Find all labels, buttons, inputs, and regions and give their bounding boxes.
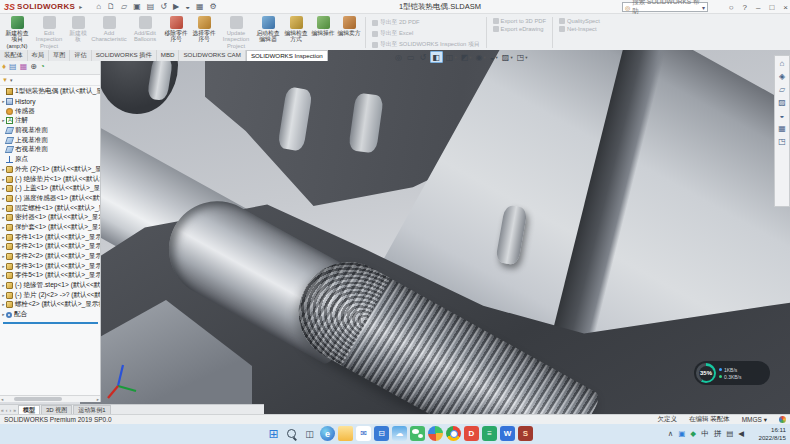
units-selector[interactable]: MMGS ▾: [742, 416, 767, 424]
ribbon-button[interactable]: 新建检查项目 (amp;N): [3, 15, 31, 50]
panel-tab-icon[interactable]: ♦: [2, 62, 6, 72]
tree-item[interactable]: 原点: [1, 155, 100, 165]
taskbar-app-icon[interactable]: S: [518, 426, 533, 441]
ribbon-button[interactable]: 新建模板: [67, 15, 89, 50]
ribbon-button[interactable]: Update Inspection Project: [219, 15, 253, 50]
taskbar-app-icon[interactable]: e: [320, 426, 335, 441]
taskbar-app-icon[interactable]: [284, 426, 299, 441]
panel-tab-icon[interactable]: ▤: [9, 62, 17, 72]
task-pane-tab[interactable]: ▨: [778, 98, 786, 107]
export-menu-item[interactable]: Net-Inspect: [559, 26, 600, 32]
quick-access-icon[interactable]: ▱: [121, 2, 127, 12]
ribbon-button[interactable]: Add/Edit Balloons: [129, 15, 161, 50]
command-tab[interactable]: 装配体: [0, 50, 28, 61]
tree-item[interactable]: 右视基准面: [1, 145, 100, 155]
window-control[interactable]: □: [769, 3, 774, 12]
heads-up-tool[interactable]: ▨ ▾: [501, 51, 514, 63]
taskbar-app-icon[interactable]: ⊟: [374, 426, 389, 441]
filter-caret-icon[interactable]: ▾: [10, 77, 13, 83]
taskbar-app-icon[interactable]: ⊞: [266, 426, 281, 441]
taskbar-app-icon[interactable]: [338, 426, 353, 441]
window-control[interactable]: –: [756, 3, 760, 12]
tray-icon[interactable]: ◆: [690, 426, 696, 441]
quick-access-icon[interactable]: ▣: [133, 2, 141, 12]
quick-access-icon[interactable]: ↺: [160, 2, 167, 12]
tray-icon[interactable]: 中: [701, 426, 709, 441]
command-tab[interactable]: SOLIDWORKS 插件: [92, 50, 157, 61]
tray-icon[interactable]: ▣: [678, 426, 685, 441]
task-pane-tab[interactable]: ◈: [779, 72, 785, 81]
heads-up-tool[interactable]: ◒ ▾: [489, 51, 499, 63]
ribbon-button[interactable]: 移除零件序号: [163, 15, 189, 50]
quick-access-icon[interactable]: ⚙: [210, 2, 217, 12]
search-input[interactable]: 搜索 SOLIDWORKS 帮助: [632, 0, 702, 16]
command-tab[interactable]: SOLIDWORKS Inspection: [246, 50, 328, 61]
command-tab[interactable]: 评估: [70, 50, 91, 61]
command-tab[interactable]: 草图: [49, 50, 70, 61]
heads-up-tool[interactable]: ↺: [419, 51, 429, 63]
model-view-tab[interactable]: 3D 视图: [41, 405, 72, 414]
taskbar-app-icon[interactable]: ≡: [482, 426, 497, 441]
task-pane-tab[interactable]: ◒: [780, 111, 785, 120]
task-pane-tab[interactable]: ⌂: [780, 59, 785, 68]
export-menu-item[interactable]: 导出至 Excel: [372, 29, 480, 38]
scrollbar-thumb[interactable]: [14, 397, 62, 401]
menu-expander-icon[interactable]: ▸: [79, 3, 82, 10]
quick-access-icon[interactable]: ▶: [173, 2, 179, 12]
quick-access-icon[interactable]: ⌂: [96, 2, 101, 12]
ribbon-button[interactable]: Edit Inspection Project: [33, 15, 65, 50]
tree-filter-row[interactable]: ▼ ▾: [0, 75, 100, 86]
tree-root-item[interactable]: 1型铠装热电偶 (默认<默认_显示状态-1: [1, 87, 100, 97]
quick-access-icon[interactable]: 🗋: [107, 2, 115, 12]
tree-item[interactable]: ▸ 保护套<1> (默认<<默认>_显示状: [1, 223, 100, 233]
help-swirl-icon[interactable]: [779, 416, 786, 423]
scroll-right-icon[interactable]: ▸: [97, 396, 99, 402]
search-box[interactable]: ◎ 搜索 SOLIDWORKS 帮助 ▾: [622, 2, 708, 12]
ribbon-button[interactable]: 编辑检查方式: [283, 15, 309, 50]
taskbar-app-icon[interactable]: W: [500, 426, 515, 441]
tray-icon[interactable]: ▤: [726, 426, 733, 441]
export-menu-item[interactable]: QualitySpect: [559, 18, 600, 24]
task-pane-tab[interactable]: ▱: [779, 85, 785, 94]
scroll-left-icon[interactable]: ◂: [1, 396, 3, 402]
heads-up-tool[interactable]: ◎: [394, 51, 404, 63]
taskbar-app-icon[interactable]: [446, 426, 461, 441]
taskbar-app-icon[interactable]: ✉: [356, 426, 371, 441]
command-tab[interactable]: SOLIDWORKS CAM: [179, 50, 245, 61]
tree-item[interactable]: 传感器: [1, 106, 100, 116]
ribbon-button[interactable]: 编辑操作: [311, 15, 335, 50]
window-control[interactable]: ?: [743, 3, 747, 12]
task-pane-tab[interactable]: ◳: [778, 137, 786, 146]
tree-item[interactable]: ▸ 注解: [1, 116, 100, 126]
tree-item[interactable]: ▸ (-) 上盖<1> (默认<<默认>_显示状: [1, 184, 100, 194]
search-caret-icon[interactable]: ▾: [702, 4, 705, 11]
taskbar-app-icon[interactable]: [428, 426, 443, 441]
performance-overlay[interactable]: 35% 1KB/s 0.3KB/s: [694, 361, 770, 385]
tree-item[interactable]: ▸ 外壳 (2)<1> (默认<<默认>_显示状: [1, 165, 100, 175]
tree-item[interactable]: ▸ 固定螺栓<1> (默认<<默认>_显示: [1, 203, 100, 213]
command-tab[interactable]: MBD: [157, 50, 180, 61]
tree-item[interactable]: ▸ 螺栓<2> (默认<<默认>_显示状态: [1, 300, 100, 310]
tree-item[interactable]: ▸ (-) 绝缘垫片<1> (默认<<默认>_显: [1, 174, 100, 184]
export-menu-item[interactable]: 导出至 SOLIDWORKS Inspection 项目: [372, 40, 480, 49]
model-view-tab[interactable]: 运动算例1: [73, 405, 110, 414]
command-tab[interactable]: 布局: [28, 50, 49, 61]
model-view-tab[interactable]: 模型: [18, 405, 40, 414]
tree-item[interactable]: ▸ 配合: [1, 310, 100, 320]
task-pane-tab[interactable]: ▦: [778, 124, 786, 133]
quick-access-icon[interactable]: ▤: [147, 2, 155, 12]
tree-item[interactable]: ▸ 零件3<1> (默认<<默认>_显示状: [1, 261, 100, 271]
heads-up-tool[interactable]: ◉ ▾: [474, 51, 486, 63]
export-menu-item[interactable]: 导出至 2D PDF: [372, 18, 480, 27]
tree-horizontal-scrollbar[interactable]: ◂ ▸: [0, 395, 100, 402]
ribbon-button[interactable]: 启动检查编辑器: [255, 15, 281, 50]
taskbar-app-icon[interactable]: ☁: [392, 426, 407, 441]
export-menu-item[interactable]: Export eDrawing: [493, 26, 546, 32]
tree-item[interactable]: ▸ History: [1, 97, 100, 107]
ribbon-button[interactable]: 选择零件序号: [191, 15, 217, 50]
panel-tab-icon[interactable]: ⊕: [30, 62, 37, 72]
tray-icon[interactable]: ◀: [738, 426, 744, 441]
heads-up-tool[interactable]: ◩ ▾: [460, 51, 473, 63]
tree-item[interactable]: 前视基准面: [1, 126, 100, 136]
export-menu-item[interactable]: Export to 3D PDF: [493, 18, 546, 24]
